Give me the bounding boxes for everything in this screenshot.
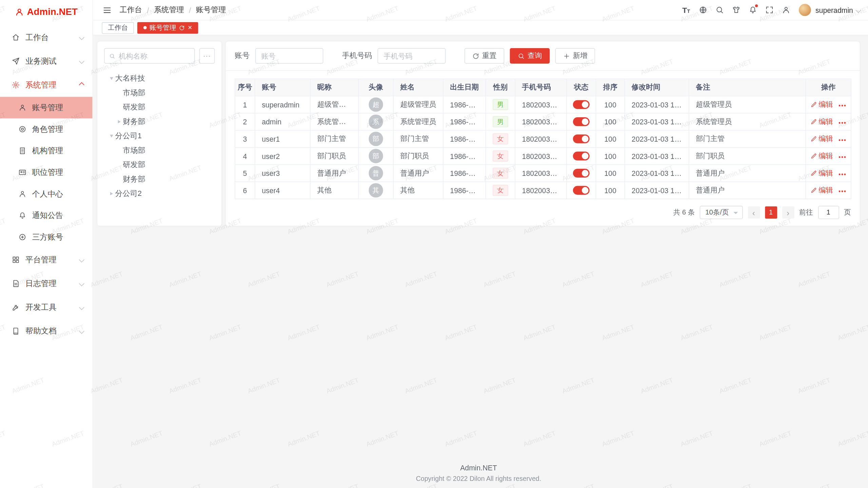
tree-node[interactable]: 财务部 xyxy=(104,115,215,129)
status-toggle[interactable] xyxy=(573,135,590,143)
logo-text: Admin.NET xyxy=(27,7,78,18)
cell-modified: 2023-01-03 10:59:44 xyxy=(625,182,689,199)
more-actions-button[interactable]: ••• xyxy=(839,102,847,109)
sidebar-item-workbench[interactable]: 工作台 xyxy=(0,25,93,49)
sidebar-item-account-management[interactable]: 账号管理 xyxy=(0,97,93,119)
sidebar-item-platform-management[interactable]: 平台管理 xyxy=(0,248,93,271)
footer-title: Admin.NET xyxy=(97,464,860,472)
phone-input[interactable] xyxy=(377,48,446,64)
next-page-button[interactable]: › xyxy=(782,206,794,219)
breadcrumb-item[interactable]: 系统管理 xyxy=(154,5,184,15)
notification-bell-icon[interactable] xyxy=(745,2,760,17)
refresh-icon[interactable] xyxy=(179,25,185,31)
sidebar-item-log-management[interactable]: 日志管理 xyxy=(0,272,93,296)
edit-button[interactable]: 编辑 xyxy=(810,100,833,109)
sidebar-item-dev-tools[interactable]: 开发工具 xyxy=(0,296,93,319)
sidebar-item-third-party-accounts[interactable]: 三方账号 xyxy=(0,226,93,248)
gender-badge: 男 xyxy=(493,116,508,127)
more-actions-button[interactable]: ••• xyxy=(839,171,847,178)
cell-gender: 女 xyxy=(486,182,515,199)
sidebar-item-position-management[interactable]: 职位管理 xyxy=(0,162,93,183)
cell-status xyxy=(567,113,596,130)
pagination: 共 6 条 10条/页 ‹ 1 › 前往 页 xyxy=(226,199,860,226)
sidebar-item-label: 开发工具 xyxy=(25,302,74,312)
column-header: 序号 xyxy=(235,79,255,96)
org-search-input[interactable] xyxy=(119,52,190,60)
breadcrumb-item[interactable]: 账号管理 xyxy=(196,5,226,15)
user-icon[interactable] xyxy=(778,2,793,17)
total-count: 共 6 条 xyxy=(673,208,695,217)
cell-seq: 1 xyxy=(235,96,255,113)
edit-button[interactable]: 编辑 xyxy=(810,134,833,144)
globe-icon[interactable] xyxy=(695,2,710,17)
user-menu[interactable]: superadmin xyxy=(815,6,860,14)
tab-workbench[interactable]: 工作台 xyxy=(102,22,134,33)
sidebar-item-system-management[interactable]: 系统管理 xyxy=(0,73,93,97)
goto-page-input[interactable] xyxy=(818,206,839,219)
fullscreen-icon[interactable] xyxy=(762,2,777,17)
edit-button[interactable]: 编辑 xyxy=(810,185,833,195)
page-footer: Admin.NET Copyright © 2022 Dilon All rig… xyxy=(97,456,860,488)
more-actions-button[interactable]: ••• xyxy=(839,120,847,126)
reset-button[interactable]: 重置 xyxy=(465,48,505,64)
tree-node[interactable]: 研发部 xyxy=(104,158,215,172)
tree-node[interactable]: 市场部 xyxy=(104,143,215,158)
tab-bar: 工作台 账号管理 ✕ xyxy=(93,20,868,35)
cell-nickname: 部门主管 xyxy=(310,130,358,147)
tree-node[interactable]: 财务部 xyxy=(104,172,215,186)
font-size-icon[interactable]: TT xyxy=(679,2,694,17)
theme-icon[interactable] xyxy=(729,2,744,17)
logo[interactable]: Admin.NET xyxy=(0,0,93,24)
page-number-button[interactable]: 1 xyxy=(765,206,777,219)
tab-account-management[interactable]: 账号管理 ✕ xyxy=(137,22,198,33)
cell-account: user4 xyxy=(255,182,310,199)
app-root: Admin.NET 工作台 业务测试 系统管理 xyxy=(0,0,868,488)
column-header: 备注 xyxy=(689,79,806,96)
cell-remark: 部门主管 xyxy=(689,130,806,147)
more-actions-button[interactable]: ••• xyxy=(839,137,847,143)
status-toggle[interactable] xyxy=(573,152,590,161)
sidebar-item-help-docs[interactable]: 帮助文档 xyxy=(0,319,93,343)
page-size-select[interactable]: 10条/页 xyxy=(700,206,743,219)
caret-open-icon[interactable] xyxy=(107,132,115,140)
search-button[interactable]: 查询 xyxy=(510,48,550,64)
prev-page-button[interactable]: ‹ xyxy=(748,206,760,219)
tree-node[interactable]: 大名科技 xyxy=(104,72,215,86)
cell-nickname: 其他 xyxy=(310,182,358,199)
sidebar-item-role-management[interactable]: 角色管理 xyxy=(0,118,93,140)
account-input[interactable] xyxy=(255,48,323,64)
cell-name: 其他 xyxy=(393,182,443,199)
account-label: 账号 xyxy=(235,51,250,61)
status-toggle[interactable] xyxy=(573,169,590,178)
more-actions-button[interactable]: ••• xyxy=(839,188,847,195)
status-toggle[interactable] xyxy=(573,186,590,195)
tree-node[interactable]: 分公司1 xyxy=(104,129,215,143)
tree-node-label: 分公司2 xyxy=(115,189,142,199)
table-row: 1superadmin超级管理员超超级管理员1986-06-28男1802003… xyxy=(235,96,851,113)
tree-node[interactable]: 研发部 xyxy=(104,100,215,115)
caret-closed-icon[interactable] xyxy=(115,118,123,126)
edit-button[interactable]: 编辑 xyxy=(810,151,833,161)
status-toggle[interactable] xyxy=(573,100,590,109)
edit-button[interactable]: 编辑 xyxy=(810,168,833,178)
avatar[interactable] xyxy=(799,4,811,16)
sidebar-item-notifications[interactable]: 通知公告 xyxy=(0,205,93,226)
tree-node[interactable]: 分公司2 xyxy=(104,186,215,201)
caret-open-icon[interactable] xyxy=(107,75,115,82)
edit-button[interactable]: 编辑 xyxy=(810,117,833,126)
breadcrumb-item[interactable]: 工作台 xyxy=(120,5,142,15)
hamburger-menu-icon[interactable] xyxy=(101,4,113,16)
sidebar-item-org-management[interactable]: 机构管理 xyxy=(0,140,93,162)
close-icon[interactable]: ✕ xyxy=(188,25,192,30)
search-icon[interactable] xyxy=(712,2,727,17)
add-button[interactable]: 新增 xyxy=(555,48,595,64)
status-toggle[interactable] xyxy=(573,118,590,126)
tree-more-button[interactable]: ··· xyxy=(199,48,215,64)
sidebar-item-personal-center[interactable]: 个人中心 xyxy=(0,183,93,205)
caret-closed-icon[interactable] xyxy=(107,190,115,198)
bell-icon xyxy=(18,211,26,220)
tree-node[interactable]: 市场部 xyxy=(104,86,215,100)
more-actions-button[interactable]: ••• xyxy=(839,154,847,161)
id-card-icon xyxy=(18,168,26,177)
sidebar-item-business-test[interactable]: 业务测试 xyxy=(0,49,93,73)
